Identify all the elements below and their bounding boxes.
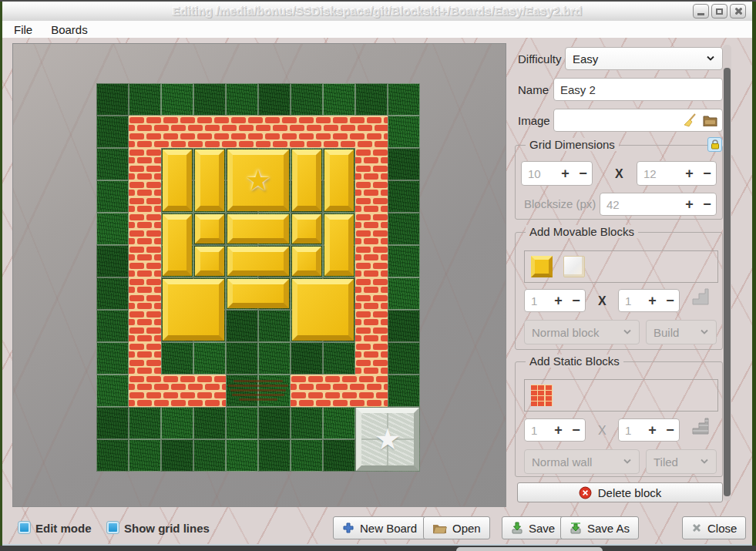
grass-tile[interactable] <box>388 83 420 116</box>
increment-button[interactable]: + <box>680 166 698 180</box>
goal-tile[interactable]: ★ <box>356 408 419 471</box>
grass-tile[interactable] <box>161 83 193 116</box>
increment-button[interactable]: + <box>643 294 661 307</box>
static-type-select[interactable]: Normal wall <box>524 449 640 474</box>
clear-image-button[interactable] <box>683 113 698 128</box>
movable-height-spinner[interactable]: 1 + − <box>618 289 680 312</box>
grass-tile[interactable] <box>96 277 129 310</box>
grass-tile[interactable] <box>388 310 420 342</box>
grass-tile[interactable] <box>96 245 129 277</box>
lock-grid-button[interactable] <box>707 137 722 152</box>
difficulty-select[interactable]: Easy <box>565 47 723 70</box>
image-input[interactable] <box>553 109 723 132</box>
brick-swatch[interactable] <box>531 385 553 406</box>
grass-tile[interactable] <box>323 83 355 116</box>
grass-tile[interactable] <box>388 375 420 407</box>
grass-tile[interactable] <box>258 407 291 439</box>
decrement-button[interactable]: − <box>698 197 716 211</box>
grass-tile[interactable] <box>96 180 129 213</box>
movable-block[interactable] <box>227 247 289 276</box>
grass-tile[interactable] <box>96 83 129 116</box>
movable-mode-select[interactable]: Build <box>646 320 717 344</box>
grass-tile[interactable] <box>193 83 226 116</box>
movable-block[interactable] <box>324 150 354 211</box>
movable-block[interactable] <box>227 279 289 308</box>
new-board-button[interactable]: New Board <box>333 516 426 539</box>
decrement-button[interactable]: − <box>567 294 585 307</box>
increment-button[interactable]: + <box>556 166 574 180</box>
open-button[interactable]: Open <box>423 516 490 539</box>
grass-tile[interactable] <box>96 407 129 439</box>
grass-tile[interactable] <box>388 148 420 180</box>
grass-tile[interactable] <box>388 245 420 277</box>
grass-tile[interactable] <box>96 213 129 245</box>
grass-tile[interactable] <box>388 342 420 375</box>
delete-block-button[interactable]: Delete block <box>517 482 723 502</box>
menu-file[interactable]: File <box>2 23 42 36</box>
grass-tile[interactable] <box>226 83 258 116</box>
brick-wall[interactable] <box>355 148 388 375</box>
grass-tile[interactable] <box>96 342 129 375</box>
grass-tile[interactable] <box>129 83 161 116</box>
ice-block-swatch[interactable] <box>563 256 585 277</box>
grass-tile[interactable] <box>388 116 420 148</box>
grass-tile[interactable] <box>258 342 291 375</box>
static-height-spinner[interactable]: 1 + − <box>618 418 680 442</box>
grass-tile[interactable] <box>258 83 291 116</box>
maximize-button[interactable] <box>711 4 727 18</box>
grass-tile[interactable] <box>161 407 193 439</box>
grass-tile[interactable] <box>193 439 226 472</box>
grass-tile[interactable] <box>291 342 323 375</box>
grass-tile[interactable] <box>258 439 291 472</box>
increment-button[interactable]: + <box>680 197 698 211</box>
panel-scrollbar[interactable] <box>723 45 731 501</box>
decrement-button[interactable]: − <box>567 423 585 437</box>
movable-width-spinner[interactable]: 1 + − <box>524 289 586 312</box>
brick-wall[interactable] <box>129 148 161 375</box>
scrollbar-thumb[interactable] <box>724 68 731 496</box>
grass-tile[interactable] <box>193 407 226 439</box>
movable-type-select[interactable]: Normal block <box>524 320 640 344</box>
grass-tile[interactable] <box>96 148 129 180</box>
movable-block[interactable] <box>195 214 224 244</box>
save-as-button[interactable]: Save As <box>560 516 639 539</box>
decrement-button[interactable]: − <box>574 166 592 180</box>
grass-tile[interactable] <box>355 83 388 116</box>
grass-tile[interactable] <box>258 310 291 342</box>
grass-tile[interactable] <box>96 310 129 342</box>
movable-block[interactable] <box>227 214 289 244</box>
brick-stairs-icon[interactable] <box>690 416 711 436</box>
grass-tile[interactable] <box>226 342 258 375</box>
movable-block[interactable] <box>292 247 321 276</box>
brick-wall[interactable] <box>129 116 388 148</box>
show-grid-lines-checkbox[interactable] <box>107 522 119 533</box>
browse-image-button[interactable] <box>703 115 717 126</box>
grass-tile[interactable] <box>323 407 355 439</box>
menu-boards[interactable]: Boards <box>42 23 97 36</box>
grass-tile[interactable] <box>129 439 161 472</box>
grass-tile[interactable] <box>323 342 355 375</box>
grass-tile[interactable] <box>96 439 129 472</box>
grass-tile[interactable] <box>291 439 323 472</box>
increment-button[interactable]: + <box>643 423 661 437</box>
decrement-button[interactable]: − <box>698 166 716 180</box>
grass-tile[interactable] <box>129 407 161 439</box>
static-mode-select[interactable]: Tiled <box>646 449 717 474</box>
movable-block[interactable] <box>163 214 192 276</box>
decrement-button[interactable]: − <box>661 423 679 437</box>
grass-tile[interactable] <box>161 342 193 375</box>
decrement-button[interactable]: − <box>661 294 679 307</box>
minimize-button[interactable] <box>693 4 709 18</box>
brick-wall[interactable] <box>129 375 226 407</box>
grass-tile[interactable] <box>388 180 420 213</box>
board-canvas-area[interactable]: ★★ <box>12 43 506 507</box>
movable-block[interactable]: ★ <box>227 150 289 211</box>
stairs-shape-icon[interactable] <box>690 287 711 307</box>
grass-tile[interactable] <box>291 407 323 439</box>
grass-tile[interactable] <box>388 213 420 245</box>
movable-block[interactable] <box>292 214 321 244</box>
save-button[interactable]: Save <box>502 516 564 539</box>
close-window-button[interactable] <box>730 4 746 18</box>
movable-block[interactable] <box>195 247 224 276</box>
name-input[interactable] <box>553 78 723 101</box>
